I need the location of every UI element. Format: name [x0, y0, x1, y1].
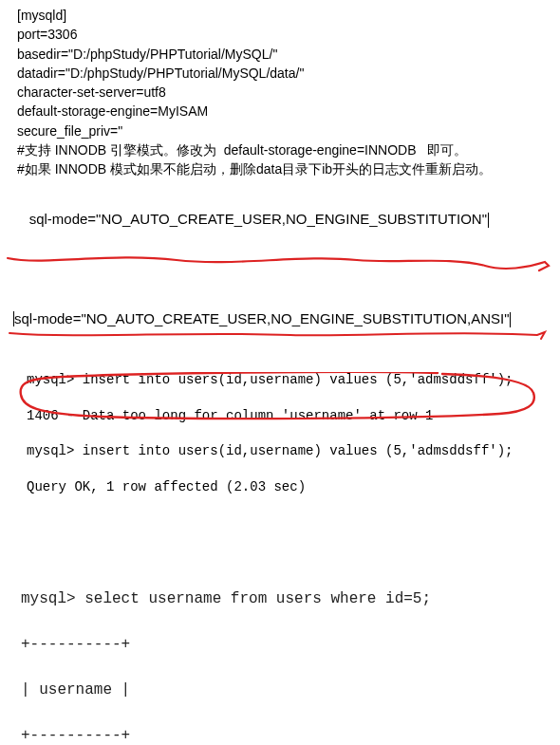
edited-sql-mode-line: sql-mode="NO_AUTO_CREATE_USER,NO_ENGINE_… — [0, 305, 560, 329]
config-line: default-storage-engine=MyISAM — [17, 102, 552, 121]
red-underline-annotation-2 — [6, 327, 554, 346]
config-line: port=3306 — [17, 25, 552, 44]
red-underline-annotation — [6, 249, 552, 281]
terminal-line: mysql> insert into users(id,username) va… — [27, 371, 560, 389]
output-line: +----------+ — [21, 724, 560, 745]
output-line: | username | — [21, 679, 560, 701]
output-line: +----------+ — [21, 633, 560, 656]
config-sql-mode-line: sql-mode="NO_AUTO_CREATE_USER,NO_ENGINE_… — [13, 189, 552, 251]
config-line: basedir="D:/phpStudy/PHPTutorial/MySQL/" — [17, 45, 552, 64]
mysql-config-block: [mysqld] port=3306 basedir="D:/phpStudy/… — [0, 0, 560, 254]
terminal-line: Query OK, 1 row affected (2.03 sec) — [27, 478, 560, 496]
config-line: #支持 INNODB 引擎模式。修改为 default-storage-engi… — [17, 140, 552, 159]
config-line: datadir="D:/phpStudy/PHPTutorial/MySQL/d… — [17, 64, 552, 83]
terminal-line: mysql> insert into users(id,username) va… — [27, 442, 560, 460]
terminal-line: 1406 - Data too long for column 'usernam… — [27, 407, 560, 425]
config-line: [mysqld] — [17, 6, 552, 25]
config-line: #如果 INNODB 模式如果不能启动，删除data目录下ib开头的日志文件重新… — [17, 159, 552, 178]
mysql-output-block-1: mysql> select username from users where … — [0, 565, 560, 745]
mysql-terminal-block: mysql> insert into users(id,username) va… — [0, 349, 560, 534]
output-line: mysql> select username from users where … — [21, 587, 560, 610]
config-line: secure_file_priv=" — [17, 121, 552, 140]
config-line: character-set-server=utf8 — [17, 83, 552, 102]
